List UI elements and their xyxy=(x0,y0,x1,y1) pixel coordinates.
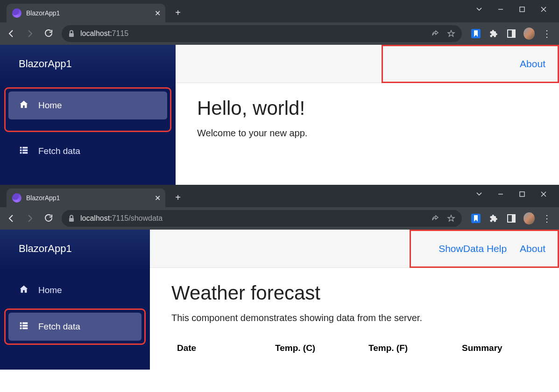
svg-rect-7 xyxy=(20,152,22,154)
new-tab-button[interactable]: + xyxy=(171,6,185,20)
showdata-help-link[interactable]: ShowData Help xyxy=(439,243,507,254)
forward-button[interactable] xyxy=(21,210,38,227)
close-window-icon[interactable] xyxy=(533,187,554,202)
table-header: Date xyxy=(177,343,247,353)
address-bar[interactable]: localhost:7115 xyxy=(62,25,462,42)
browser-menu-icon[interactable]: ⋮ xyxy=(541,213,552,224)
share-icon[interactable] xyxy=(431,29,439,38)
svg-rect-3 xyxy=(20,147,22,148)
app-viewport: BlazorApp1 Home Fetch data About xyxy=(0,45,559,185)
star-icon[interactable] xyxy=(447,214,455,223)
close-window-icon[interactable] xyxy=(533,2,554,17)
blazor-icon xyxy=(12,8,21,18)
about-link[interactable]: About xyxy=(520,243,545,254)
about-link[interactable]: About xyxy=(520,58,545,70)
lock-icon xyxy=(68,215,75,222)
table-header: Temp. (F) xyxy=(368,343,434,353)
address-bar[interactable]: localhost:7115/showdata xyxy=(62,210,462,227)
svg-rect-1 xyxy=(520,7,524,12)
sidebar-item-fetchdata[interactable]: Fetch data xyxy=(8,313,142,341)
star-icon[interactable] xyxy=(447,29,455,38)
browser-window-1: BlazorApp1 ✕ + localhost:7115 ⋮ xyxy=(0,0,559,185)
highlight-box: About xyxy=(382,45,559,83)
new-tab-button[interactable]: + xyxy=(171,190,185,204)
browser-window-2: BlazorApp1 ✕ + localhost:7115/showdata xyxy=(0,185,559,370)
list-icon xyxy=(19,145,29,158)
sidebar: BlazorApp1 Home Fetch data xyxy=(0,45,176,185)
title-bar: BlazorApp1 ✕ + xyxy=(0,185,559,207)
svg-rect-15 xyxy=(22,325,28,327)
sidebar-nav: Home Fetch data xyxy=(0,83,176,182)
minimize-icon[interactable] xyxy=(490,187,511,202)
close-tab-icon[interactable]: ✕ xyxy=(155,9,161,18)
browser-toolbar: localhost:7115 ⋮ xyxy=(0,22,559,45)
list-icon xyxy=(19,321,29,333)
bookmark-extension-icon[interactable] xyxy=(470,28,481,39)
app-viewport: BlazorApp1 Home Fetch data ShowData Help xyxy=(0,230,559,370)
extensions-icon[interactable] xyxy=(488,213,499,224)
minimize-icon[interactable] xyxy=(490,2,511,17)
maximize-icon[interactable] xyxy=(511,187,533,202)
side-panel-icon[interactable] xyxy=(506,28,517,39)
side-panel-icon[interactable] xyxy=(506,213,517,224)
page-content: Hello, world! Welcome to your new app. xyxy=(176,83,559,166)
svg-rect-17 xyxy=(22,327,28,329)
lock-icon xyxy=(68,30,75,37)
browser-tab[interactable]: BlazorApp1 ✕ xyxy=(7,4,165,22)
highlight-box: ShowData Help About xyxy=(410,230,559,268)
reload-button[interactable] xyxy=(40,210,57,227)
svg-rect-14 xyxy=(20,325,22,327)
svg-rect-6 xyxy=(22,149,28,151)
sidebar-nav: Home Fetch data xyxy=(0,268,150,358)
highlight-box: Fetch data xyxy=(6,310,144,343)
tab-search-icon[interactable] xyxy=(468,2,490,17)
sidebar-item-label: Fetch data xyxy=(38,322,80,332)
table-header: Summary xyxy=(462,343,532,353)
profile-avatar[interactable] xyxy=(524,213,535,224)
sidebar-brand: BlazorApp1 xyxy=(0,230,150,268)
svg-rect-16 xyxy=(20,327,22,329)
main-area: About Hello, world! Welcome to your new … xyxy=(176,45,559,185)
url-text: localhost:7115 xyxy=(80,29,128,38)
maximize-icon[interactable] xyxy=(511,2,533,17)
svg-rect-10 xyxy=(520,192,524,196)
svg-rect-12 xyxy=(20,322,22,324)
tab-title: BlazorApp1 xyxy=(26,194,150,202)
page-intro: Welcome to your new app. xyxy=(197,128,538,139)
browser-toolbar: localhost:7115/showdata ⋮ xyxy=(0,207,559,230)
svg-rect-13 xyxy=(22,322,28,324)
sidebar-item-fetchdata[interactable]: Fetch data xyxy=(8,137,167,165)
sidebar-item-home[interactable]: Home xyxy=(8,91,167,119)
top-bar: About xyxy=(176,45,559,83)
browser-tab[interactable]: BlazorApp1 ✕ xyxy=(7,189,165,207)
close-tab-icon[interactable]: ✕ xyxy=(155,194,161,203)
back-button[interactable] xyxy=(3,25,20,42)
forward-button[interactable] xyxy=(21,25,38,42)
table-header: Temp. (C) xyxy=(275,343,340,353)
page-heading: Hello, world! xyxy=(197,97,538,119)
sidebar: BlazorApp1 Home Fetch data xyxy=(0,230,150,370)
url-text: localhost:7115/showdata xyxy=(80,214,163,223)
extension-tray: ⋮ xyxy=(467,28,556,39)
tab-title: BlazorApp1 xyxy=(26,9,150,17)
extensions-icon[interactable] xyxy=(488,28,499,39)
back-button[interactable] xyxy=(3,210,20,227)
reload-button[interactable] xyxy=(40,25,57,42)
profile-avatar[interactable] xyxy=(524,28,535,39)
page-heading: Weather forecast xyxy=(171,282,538,304)
bookmark-extension-icon[interactable] xyxy=(470,213,481,224)
sidebar-item-label: Home xyxy=(38,285,62,295)
window-controls xyxy=(468,185,559,203)
extension-tray: ⋮ xyxy=(467,213,556,224)
svg-rect-4 xyxy=(22,147,28,148)
page-content: Weather forecast This component demonstr… xyxy=(150,268,559,370)
sidebar-item-home[interactable]: Home xyxy=(8,276,142,304)
home-icon xyxy=(19,99,29,112)
browser-menu-icon[interactable]: ⋮ xyxy=(541,28,552,39)
share-icon[interactable] xyxy=(431,214,439,223)
page-intro: This component demonstrates showing data… xyxy=(171,313,538,323)
blazor-icon xyxy=(12,193,21,203)
svg-rect-11 xyxy=(69,218,74,222)
tab-search-icon[interactable] xyxy=(468,187,490,202)
home-icon xyxy=(19,284,29,297)
